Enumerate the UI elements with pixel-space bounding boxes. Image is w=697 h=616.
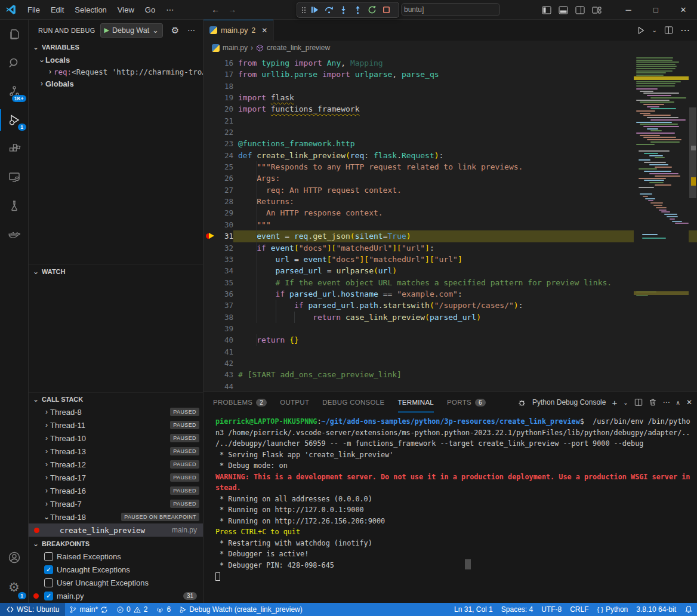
code-text[interactable]: return case_link_preview(parsed_url) [233, 312, 697, 323]
tab-close-icon[interactable]: ✕ [261, 26, 267, 35]
terminal-dropdown-icon[interactable]: ⌄ [623, 399, 628, 406]
problems-indicator[interactable]: 0 2 [112, 603, 152, 616]
editor-scrollbar[interactable] [689, 55, 697, 392]
breakpoint-gutter[interactable] [203, 334, 215, 346]
search-icon[interactable] [0, 48, 29, 77]
breakpoint-gutter[interactable] [203, 103, 215, 115]
sidebar-more-icon[interactable]: ⋯ [187, 26, 195, 35]
debug-stop-button[interactable] [380, 4, 392, 16]
maximize-button[interactable]: □ [642, 0, 670, 20]
code-text[interactable]: Returns: [233, 196, 697, 207]
code-text[interactable]: import flask [233, 92, 697, 103]
debug-step-into-button[interactable] [337, 4, 349, 16]
code-text[interactable]: def create_link_preview(req: flask.Reque… [233, 150, 697, 161]
variables-section-header[interactable]: ⌄ VARIABLES [29, 41, 203, 54]
debug-step-out-button[interactable] [351, 4, 363, 16]
menu-item-file[interactable]: File [22, 5, 45, 14]
breadcrumb-file[interactable]: main.py [223, 44, 248, 52]
debug-step-over-button[interactable] [323, 4, 335, 16]
split-terminal-icon[interactable] [634, 398, 643, 406]
code-text[interactable]: if event["docs"]["matchedUrl"]["url"]: [233, 242, 697, 254]
editor-more-icon[interactable]: ⋯ [680, 24, 690, 36]
globals-scope-row[interactable]: › Globals [29, 78, 203, 90]
call-stack-thread-row[interactable]: ›Thread-12PAUSED [29, 458, 203, 471]
breakpoint-checkbox[interactable] [44, 552, 53, 561]
call-stack-thread-row[interactable]: ›Thread-11PAUSED [29, 418, 203, 432]
panel-tab-debug-console[interactable]: DEBUG CONSOLE [322, 392, 384, 412]
menu-item-go[interactable]: Go [140, 5, 161, 14]
call-stack-thread-row[interactable]: ›Thread-8PAUSED [29, 405, 203, 418]
panel-tab-terminal[interactable]: TERMINAL [398, 392, 434, 412]
toolbar-grip-icon[interactable] [302, 7, 303, 8]
terminal-scrollbar-thumb[interactable] [465, 559, 471, 569]
source-control-icon[interactable]: 1K+ [0, 77, 29, 106]
menu-item-edit[interactable]: Edit [45, 5, 69, 14]
tab-main-py[interactable]: main.py 2 ✕ [203, 20, 274, 41]
breakpoint-gutter[interactable] [203, 127, 215, 138]
locals-scope-row[interactable]: ⌄ Locals [29, 54, 203, 66]
variable-req-row[interactable]: › req: <Request 'http://charming-tro… [29, 66, 203, 78]
breakpoint-checkbox[interactable]: ✓ [44, 565, 53, 574]
code-text[interactable]: """Responds to any HTTP request related … [233, 161, 697, 173]
panel-more-icon[interactable]: ⋯ [663, 398, 670, 406]
breakpoint-gutter[interactable] [203, 323, 215, 334]
breakpoint-gutter[interactable] [203, 277, 215, 288]
call-stack-thread-row[interactable]: ›Thread-7PAUSED [29, 497, 203, 510]
call-stack-thread-row[interactable]: ›Thread-10PAUSED [29, 432, 203, 445]
code-text[interactable] [233, 127, 697, 138]
panel-tab-problems[interactable]: PROBLEMS2 [213, 392, 267, 412]
docker-icon[interactable] [0, 220, 29, 249]
breakpoint-gutter[interactable] [203, 115, 215, 127]
code-text[interactable]: from typing import Any, Mapping [233, 57, 697, 69]
maximize-panel-icon[interactable]: ∧ [676, 399, 680, 406]
breakpoint-gutter[interactable] [203, 288, 215, 300]
code-text[interactable]: return {} [233, 334, 697, 346]
call-stack-thread-row[interactable]: ›Thread-17PAUSED [29, 471, 203, 484]
code-text[interactable]: from urllib.parse import urlparse, parse… [233, 69, 697, 80]
breakpoint-gutter[interactable] [203, 57, 215, 69]
breakpoint-gutter[interactable] [203, 219, 215, 230]
breakpoint-gutter[interactable] [203, 92, 215, 103]
nav-forward-icon[interactable]: → [228, 5, 236, 14]
debug-restart-button[interactable] [366, 4, 378, 16]
call-stack-section-header[interactable]: ⌄ CALL STACK [29, 392, 203, 405]
call-stack-thread-row[interactable]: ›Thread-13PAUSED [29, 445, 203, 458]
toggle-panel-icon[interactable] [559, 5, 568, 15]
breakpoint-checkbox[interactable]: ✓ [44, 592, 53, 600]
code-text[interactable] [233, 346, 697, 358]
debug-session-indicator[interactable]: Debug Watch (create_link_preview) [175, 603, 307, 616]
command-center[interactable]: buntu] [401, 3, 500, 16]
breakpoint-gutter[interactable] [203, 230, 215, 242]
customize-layout-icon[interactable] [592, 5, 602, 15]
menu-item-view[interactable]: View [112, 5, 140, 14]
menu-item-more[interactable]: ⋯ [161, 5, 179, 14]
start-debug-icon[interactable]: ▶ [104, 26, 109, 34]
remote-explorer-icon[interactable] [0, 163, 29, 192]
call-stack-thread-row[interactable]: ⌄Thread-18PAUSED ON BREAKPOINT [29, 510, 203, 523]
terminal-instance-label[interactable]: Python Debug Console [532, 398, 606, 406]
breakpoint-row[interactable]: ✓Uncaught Exceptions [29, 563, 203, 576]
remote-indicator[interactable]: WSL: Ubuntu [0, 603, 65, 616]
panel-tab-output[interactable]: OUTPUT [280, 392, 309, 412]
indentation-setting[interactable]: Spaces: 4 [497, 603, 537, 616]
breadcrumb-symbol[interactable]: create_link_preview [267, 44, 330, 52]
code-text[interactable]: event = req.get_json(silent=True) [233, 230, 697, 242]
stack-frame-row-selected[interactable]: create_link_previewmain.py [29, 523, 203, 537]
branch-indicator[interactable]: main* [65, 603, 112, 616]
breakpoint-gutter[interactable] [203, 254, 215, 265]
notifications-bell-icon[interactable] [680, 603, 697, 616]
menu-item-selection[interactable]: Selection [69, 5, 112, 14]
breakpoint-gutter[interactable] [203, 173, 215, 184]
run-dropdown-icon[interactable]: ⌄ [652, 27, 657, 33]
python-version[interactable]: 3.8.10 64-bit [632, 603, 680, 616]
new-terminal-icon[interactable]: + [612, 398, 617, 408]
breakpoint-gutter[interactable] [203, 81, 215, 92]
breakpoint-gutter[interactable] [203, 265, 215, 276]
breakpoints-section-header[interactable]: ⌄ BREAKPOINTS [29, 537, 203, 550]
ports-indicator[interactable]: 6 [152, 603, 175, 616]
kill-terminal-icon[interactable] [649, 398, 657, 406]
accounts-icon[interactable] [0, 543, 29, 572]
encoding-setting[interactable]: UTF-8 [537, 603, 566, 616]
debug-continue-button[interactable] [309, 4, 320, 16]
code-text[interactable]: """ [233, 219, 697, 230]
